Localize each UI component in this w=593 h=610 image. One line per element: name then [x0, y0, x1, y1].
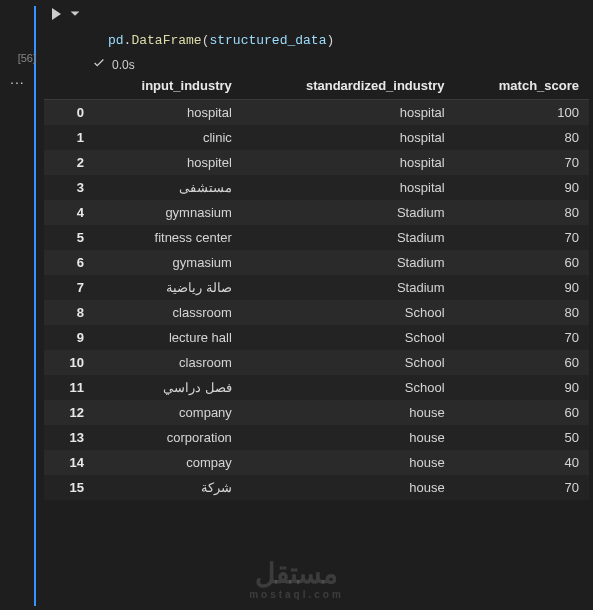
cell-standardized_industry: School — [242, 350, 455, 375]
cell-match_score: 60 — [455, 400, 589, 425]
table-row: 9lecture hallSchool70 — [44, 325, 589, 350]
row-index: 10 — [44, 350, 94, 375]
row-index: 7 — [44, 275, 94, 300]
cell-input_industry: classroom — [94, 300, 242, 325]
cell-input_industry: gymasium — [94, 250, 242, 275]
table-row: 15شركةhouse70 — [44, 475, 589, 500]
table-row: 6gymasiumStadium60 — [44, 250, 589, 275]
cell-standardized_industry: Stadium — [242, 275, 455, 300]
table-row: 10clasroomSchool60 — [44, 350, 589, 375]
row-index: 4 — [44, 200, 94, 225]
row-index: 14 — [44, 450, 94, 475]
watermark-sub: mostaql.com — [249, 590, 344, 600]
cell-match_score: 90 — [455, 275, 589, 300]
cell-standardized_industry: Stadium — [242, 200, 455, 225]
cell-match_score: 60 — [455, 350, 589, 375]
cell-standardized_industry: School — [242, 300, 455, 325]
output-menu-icon[interactable]: ··· — [10, 74, 25, 90]
run-cell-icon[interactable] — [48, 6, 64, 25]
row-index: 6 — [44, 250, 94, 275]
cell-output: input_industry standardized_industry mat… — [44, 72, 589, 500]
row-index: 15 — [44, 475, 94, 500]
cell-input_industry: صالة رياضية — [94, 275, 242, 300]
cell-input_industry: corporation — [94, 425, 242, 450]
row-index: 0 — [44, 100, 94, 126]
cell-match_score: 40 — [455, 450, 589, 475]
cell-input_industry: clasroom — [94, 350, 242, 375]
cell-input_industry: فصل دراسي — [94, 375, 242, 400]
cell-match_score: 90 — [455, 175, 589, 200]
cell-standardized_industry: Stadium — [242, 225, 455, 250]
cell-match_score: 60 — [455, 250, 589, 275]
code-token-func: DataFrame — [131, 33, 201, 48]
editor-gutter — [0, 0, 44, 610]
cell-standardized_industry: School — [242, 375, 455, 400]
watermark: مستقل mostaql.com — [249, 560, 344, 600]
table-row: 14compayhouse40 — [44, 450, 589, 475]
cell-input_industry: hospitel — [94, 150, 242, 175]
code-token-object: pd — [108, 33, 124, 48]
cell-input_industry: مستشفى — [94, 175, 242, 200]
cell-standardized_industry: house — [242, 425, 455, 450]
code-token-var: structured_data — [209, 33, 326, 48]
cell-standardized_industry: hospital — [242, 100, 455, 126]
cell-execution-bar — [34, 6, 36, 606]
cell-match_score: 70 — [455, 225, 589, 250]
check-icon — [92, 56, 106, 73]
cell-standardized_industry: hospital — [242, 175, 455, 200]
cell-match_score: 70 — [455, 325, 589, 350]
cell-match_score: 80 — [455, 125, 589, 150]
cell-input_industry: hospital — [94, 100, 242, 126]
table-row: 11فصل دراسيSchool90 — [44, 375, 589, 400]
cell-input_industry: شركة — [94, 475, 242, 500]
col-header: match_score — [455, 72, 589, 100]
table-row: 3مستشفىhospital90 — [44, 175, 589, 200]
table-row: 2hospitelhospital70 — [44, 150, 589, 175]
cell-match_score: 50 — [455, 425, 589, 450]
cell-input_industry: compay — [94, 450, 242, 475]
code-line[interactable]: pd.DataFrame(structured_data) — [44, 27, 593, 54]
execution-time: 0.0s — [112, 58, 135, 72]
cell-input: pd.DataFrame(structured_data) 0.0s — [44, 6, 593, 79]
table-row: 0hospitalhospital100 — [44, 100, 589, 126]
cell-match_score: 70 — [455, 475, 589, 500]
cell-standardized_industry: hospital — [242, 150, 455, 175]
row-index: 3 — [44, 175, 94, 200]
cell-standardized_industry: house — [242, 450, 455, 475]
col-header: input_industry — [94, 72, 242, 100]
dataframe-table: input_industry standardized_industry mat… — [44, 72, 589, 500]
row-index: 9 — [44, 325, 94, 350]
table-row: 7صالة رياضيةStadium90 — [44, 275, 589, 300]
cell-input_industry: lecture hall — [94, 325, 242, 350]
cell-match_score: 100 — [455, 100, 589, 126]
table-row: 5fitness centerStadium70 — [44, 225, 589, 250]
row-index: 12 — [44, 400, 94, 425]
cell-input_industry: gymnasium — [94, 200, 242, 225]
cell-input_industry: clinic — [94, 125, 242, 150]
cell-standardized_industry: School — [242, 325, 455, 350]
cell-match_score: 80 — [455, 300, 589, 325]
cell-input_industry: fitness center — [94, 225, 242, 250]
table-row: 8classroomSchool80 — [44, 300, 589, 325]
row-index: 8 — [44, 300, 94, 325]
table-header-row: input_industry standardized_industry mat… — [44, 72, 589, 100]
row-index: 11 — [44, 375, 94, 400]
row-index: 5 — [44, 225, 94, 250]
table-row: 1clinichospital80 — [44, 125, 589, 150]
index-header — [44, 72, 94, 100]
row-index: 2 — [44, 150, 94, 175]
table-row: 4gymnasiumStadium80 — [44, 200, 589, 225]
cell-input_industry: company — [94, 400, 242, 425]
table-row: 12companyhouse60 — [44, 400, 589, 425]
cell-match_score: 70 — [455, 150, 589, 175]
code-token-close: ) — [326, 33, 334, 48]
cell-match_score: 90 — [455, 375, 589, 400]
row-index: 1 — [44, 125, 94, 150]
cell-standardized_industry: hospital — [242, 125, 455, 150]
cell-standardized_industry: Stadium — [242, 250, 455, 275]
table-row: 13corporationhouse50 — [44, 425, 589, 450]
row-index: 13 — [44, 425, 94, 450]
execution-count: [56] — [6, 52, 36, 64]
chevron-down-icon[interactable] — [68, 7, 82, 24]
cell-standardized_industry: house — [242, 400, 455, 425]
